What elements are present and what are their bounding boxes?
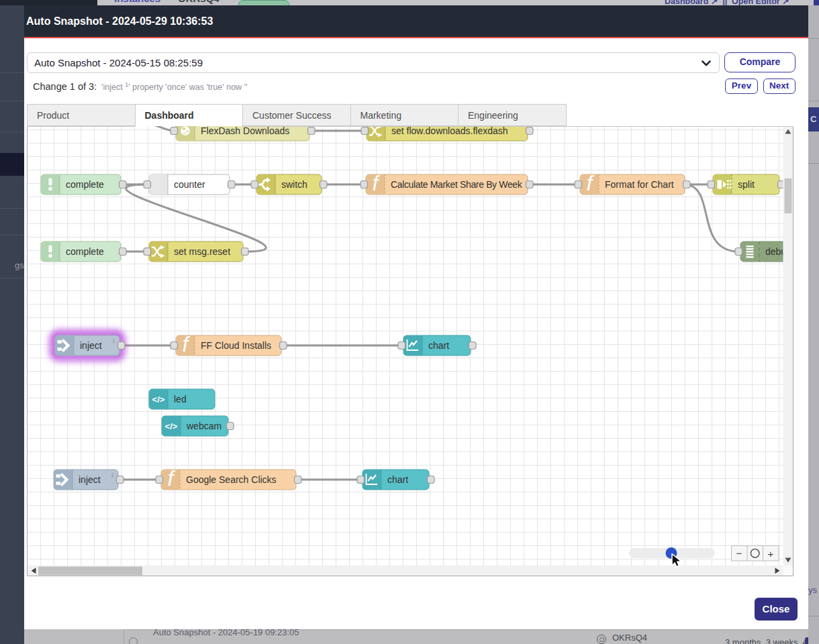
svg-text:inject: inject <box>79 474 101 485</box>
svg-text:Google Search Clicks: Google Search Clicks <box>186 474 277 485</box>
svg-text:1: 1 <box>112 337 115 344</box>
svg-text:complete: complete <box>66 246 104 257</box>
svg-text:webcam: webcam <box>186 421 222 431</box>
svg-text:Calculate Market Share By Week: Calculate Market Share By Week <box>391 179 523 190</box>
svg-text:switch: switch <box>281 179 307 190</box>
svg-text:+: + <box>768 548 774 559</box>
svg-text:set flow.downloads.flexdash: set flow.downloads.flexdash <box>391 126 508 136</box>
svg-text:</>: </> <box>152 394 165 405</box>
svg-text:led: led <box>174 394 187 405</box>
svg-text:1: 1 <box>111 472 114 478</box>
svg-text:set msg.reset: set msg.reset <box>174 246 230 257</box>
svg-text:chart: chart <box>428 340 449 351</box>
svg-text:FlexDash Downloads: FlexDash Downloads <box>201 126 289 136</box>
svg-text:chart: chart <box>387 474 408 485</box>
svg-text:</>: </> <box>165 421 178 431</box>
svg-text:−: − <box>736 547 742 559</box>
svg-text:inject: inject <box>80 340 102 351</box>
svg-text:FF Cloud Installs: FF Cloud Installs <box>201 340 271 351</box>
svg-text:complete: complete <box>66 179 104 190</box>
svg-text:split: split <box>738 179 755 190</box>
svg-text:counter: counter <box>174 179 205 190</box>
svg-text:Format for Chart: Format for Chart <box>605 179 674 190</box>
